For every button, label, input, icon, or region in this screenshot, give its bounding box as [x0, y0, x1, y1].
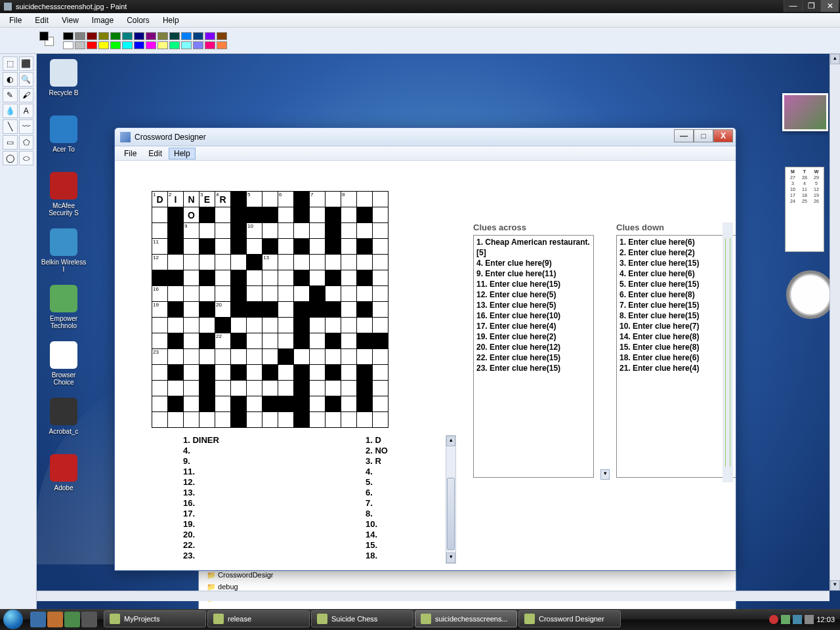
grid-cell[interactable] [357, 270, 373, 286]
tool-button[interactable]: ⬭ [19, 151, 34, 165]
ql-icon-1[interactable] [30, 612, 46, 627]
grid-cell[interactable] [215, 412, 231, 428]
grid-cell[interactable] [152, 365, 168, 381]
clue-down[interactable]: 5. Enter clue here(15) [620, 279, 734, 289]
clue-across[interactable]: 12. Enter clue here(5) [476, 289, 591, 300]
ql-icon-4[interactable] [81, 612, 97, 627]
grid-cell[interactable]: 14 [152, 270, 168, 286]
grid-cell[interactable]: 3E [200, 192, 215, 207]
grid-cell[interactable] [373, 302, 388, 318]
grid-cell[interactable] [278, 286, 294, 302]
grid-cell[interactable] [200, 207, 215, 223]
grid-cell[interactable] [373, 412, 388, 428]
grid-cell[interactable] [215, 349, 231, 365]
grid-cell[interactable]: 6 [278, 192, 294, 207]
grid-cell[interactable]: 8 [341, 192, 357, 207]
color-swatch[interactable] [110, 41, 121, 49]
tray-network-icon[interactable] [793, 615, 802, 624]
clues-down-box[interactable]: 1. Enter clue here(6)2. Enter clue here(… [616, 235, 736, 478]
grid-cell[interactable] [357, 192, 373, 207]
scroll-up-button[interactable]: ▴ [446, 436, 455, 446]
grid-cell[interactable] [231, 365, 247, 381]
paint-close-button[interactable]: ✕ [820, 0, 839, 12]
grid-cell[interactable] [200, 365, 215, 381]
tool-button[interactable]: 🔍 [19, 72, 34, 87]
grid-cell[interactable]: 11 [152, 239, 168, 255]
ql-icon-2[interactable] [47, 612, 63, 627]
desktop-icon[interactable]: Acrobat_c [41, 398, 87, 454]
clue-across[interactable]: 16. Enter clue here(10) [476, 310, 591, 321]
grid-cell[interactable] [184, 412, 200, 428]
grid-cell[interactable] [294, 318, 310, 333]
grid-cell[interactable] [373, 349, 388, 365]
cd-maximize-button[interactable]: □ [694, 129, 713, 142]
grid-cell[interactable] [262, 349, 278, 365]
paint-minimize-button[interactable]: — [784, 0, 802, 12]
grid-cell[interactable] [215, 396, 231, 412]
grid-cell[interactable] [262, 365, 278, 381]
grid-cell[interactable] [326, 396, 341, 412]
grid-cell[interactable] [231, 255, 247, 270]
tool-button[interactable]: ◯ [3, 151, 18, 165]
grid-cell[interactable] [310, 318, 326, 333]
grid-cell[interactable] [341, 412, 357, 428]
vscroll-up-icon[interactable]: ▴ [830, 54, 840, 64]
grid-cell[interactable] [278, 302, 294, 318]
grid-cell[interactable] [200, 396, 215, 412]
grid-cell[interactable] [373, 286, 388, 302]
paint-menu-help[interactable]: Help [158, 14, 184, 26]
paint-menu-file[interactable]: File [4, 14, 27, 26]
grid-cell[interactable] [357, 207, 373, 223]
grid-cell[interactable] [262, 318, 278, 333]
tool-button[interactable]: ⬛ [19, 56, 34, 71]
grid-cell[interactable] [357, 302, 373, 318]
grid-cell[interactable]: 21 [215, 318, 231, 333]
grid-cell[interactable] [357, 223, 373, 239]
grid-cell[interactable] [231, 412, 247, 428]
grid-cell[interactable] [262, 412, 278, 428]
grid-cell[interactable] [247, 239, 262, 255]
grid-cell[interactable] [278, 207, 294, 223]
grid-cell[interactable] [168, 412, 184, 428]
grid-cell[interactable] [310, 365, 326, 381]
answers-scrollbar[interactable]: ▴ ▾ [446, 435, 456, 564]
crossword-grid[interactable]: 1D2IN3E4R5678O9101112131416171920212223 [152, 191, 388, 428]
clue-down[interactable]: 3. Enter clue here(15) [620, 258, 734, 268]
grid-cell[interactable] [341, 365, 357, 381]
paint-canvas[interactable]: Recycle BAcer ToMcAfee Security SBelkin … [37, 54, 840, 617]
grid-cell[interactable] [168, 318, 184, 333]
grid-cell[interactable] [200, 318, 215, 333]
grid-cell[interactable] [373, 223, 388, 239]
grid-cell[interactable] [310, 396, 326, 412]
paint-menu-image[interactable]: Image [87, 14, 119, 26]
color-swatch[interactable] [98, 41, 109, 49]
grid-cell[interactable] [168, 207, 184, 223]
grid-cell[interactable] [215, 381, 231, 396]
cd-minimize-button[interactable]: — [674, 129, 694, 142]
grid-cell[interactable]: 19 [152, 302, 168, 318]
color-swatch[interactable] [122, 32, 133, 40]
grid-cell[interactable] [152, 333, 168, 349]
grid-cell[interactable] [168, 349, 184, 365]
grid-cell[interactable] [357, 239, 373, 255]
grid-cell[interactable] [310, 333, 326, 349]
grid-cell[interactable] [152, 396, 168, 412]
grid-cell[interactable] [262, 333, 278, 349]
cd-menu-help[interactable]: Help [169, 148, 196, 159]
grid-cell[interactable] [341, 286, 357, 302]
desktop-icon[interactable]: Adobe [41, 454, 87, 511]
paint-titlebar[interactable]: suicidechessscreenshot.jpg - Paint — ❐ ✕ [0, 0, 840, 13]
grid-cell[interactable] [184, 318, 200, 333]
cd-close-button[interactable]: X [713, 129, 733, 142]
grid-cell[interactable] [184, 302, 200, 318]
grid-cell[interactable] [200, 255, 215, 270]
grid-cell[interactable] [341, 318, 357, 333]
clue-across[interactable]: 19. Enter clue here(2) [476, 331, 591, 342]
grid-cell[interactable] [278, 365, 294, 381]
paint-maximize-button[interactable]: ❐ [802, 0, 820, 12]
grid-cell[interactable] [341, 396, 357, 412]
grid-cell[interactable] [247, 207, 262, 223]
cd-menu-file[interactable]: File [119, 148, 142, 159]
grid-cell[interactable]: 12 [152, 255, 168, 270]
grid-cell[interactable] [215, 270, 231, 286]
